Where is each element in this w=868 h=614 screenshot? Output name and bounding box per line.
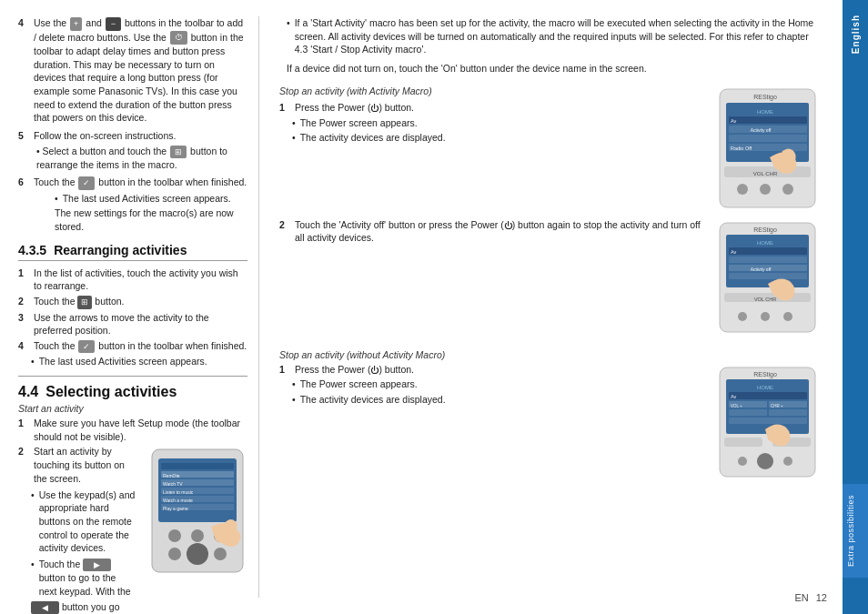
svg-rect-23 [729,116,807,124]
stop-macro-step-1-text: Press the Power (⏻) button. [295,101,414,115]
step-6-bullet-1-text: The last used Activities screen appears. [63,192,231,206]
svg-point-49 [783,312,792,321]
svg-text:Watch a movie: Watch a movie [163,498,193,503]
svg-text:VOL   CHR: VOL CHR [754,297,776,302]
start-activity-label: Start an activity [18,403,247,414]
step-44-bullet-1: Use the keypad(s) and appropriate hard b… [31,488,136,555]
stop-no-macro-step-1-text: Press the Power (⏻) button. [295,363,414,377]
prev-keypad-btn-icon: ◀ [31,601,59,614]
svg-rect-44 [729,273,807,279]
step-435-2-text: Touch the ⊞ button. [34,295,124,309]
section-435-number: 4.3.5 [18,243,46,257]
stop-macro-bullet-2: The activity devices are displayed. [292,131,706,145]
stop-macro-step-1: 1 Press the Power (⏻) button. [279,101,706,115]
device-image-2: REStigo HOME Av Activity off Radio Off [715,85,824,214]
step-6-text: Touch the ✓ button in the toolbar when f… [34,176,247,190]
step-435-3: 3 Use the arrows to move the activity to… [18,311,247,337]
right-column: If a 'Start Activity' macro has been set… [268,16,824,598]
svg-rect-27 [729,135,807,142]
sidebar-extra-text: Extra possibilities [846,495,855,567]
step-44-bullet-1-text: Use the keypad(s) and appropriate hard b… [39,488,136,555]
svg-text:HOME: HOME [757,240,773,246]
sidebar-extra-label: Extra possibilities [843,484,868,578]
step-435-4: 4 Touch the ✓ button in the toolbar when… [18,339,247,354]
stop-no-macro-bullet-2: The activity devices are displayed. [292,393,706,407]
step-5: 5 Follow the on-screen instructions. [18,129,247,143]
svg-point-18 [214,548,227,560]
prev-keypad-text: ◀ button you go back to the previous key… [31,600,136,614]
stop-macro-text: Stop an activity (with Activity Macro) 1… [279,85,706,152]
step-5-bullet-text: Select a button and touch the ⊞ button t… [36,146,227,171]
svg-text:Av: Av [731,394,737,399]
step-44-bullet-2-text: Touch the ▶ button to go to the next key… [39,558,136,599]
step-6-bullets: The last used Activities screen appears.… [42,192,247,234]
right-bullet-1-extra: If a device did not turn on, touch the '… [287,62,824,75]
clock-btn-icon: ⏱ [170,31,187,45]
add-btn-icon: + [70,17,82,31]
page-footer: EN 12 [794,592,827,603]
stop-macro-step2-text: 2 Touch the 'Activity off' button or pre… [279,218,706,247]
svg-point-65 [738,457,747,466]
svg-point-33 [760,184,771,195]
step-44-bullet-2: Touch the ▶ button to go to the next key… [31,558,136,599]
svg-rect-54 [729,392,807,399]
step-435-4-num: 4 [18,339,29,354]
section-44-title: Selecting activities [45,384,177,400]
stop-macro-step-2: 2 Touch the 'Activity off' button or pre… [279,218,706,245]
svg-text:Activity off: Activity off [751,267,772,272]
step-435-1: 1 In the list of activities, touch the a… [18,267,247,293]
left-column: 4 Use the + and − buttons in the toolbar… [18,16,259,598]
svg-text:HOME: HOME [757,109,773,115]
stop-no-macro-block: Stop an activity (without Activity Macro… [279,349,824,483]
delete-btn-icon: − [106,17,121,31]
svg-text:Av: Av [731,118,737,124]
svg-rect-61 [769,409,807,416]
right-bullet-1-text: If a 'Start Activity' macro has been set… [295,16,824,56]
svg-text:RemOte: RemOte [163,473,180,478]
stop-no-macro-content: 1 Press the Power (⏻) button. The Power … [279,363,824,483]
stop-no-macro-label: Stop an activity (without Activity Macro… [279,349,824,360]
stop-macro-bullet-2-text: The activity devices are displayed. [300,131,446,145]
check-btn-icon: ✓ [78,176,95,190]
stop-no-macro-step-1-num: 1 [279,363,290,377]
step-5-text: Follow the on-screen instructions. [34,129,176,143]
page-number: 12 [816,592,827,603]
step-435-3-text: Use the arrows to move the activity to t… [34,311,247,337]
remote-device-svg-2: REStigo HOME Av Activity off Radio Off [715,85,820,212]
step-6: 6 Touch the ✓ button in the toolbar when… [18,176,247,190]
step-44-2-text: Start an activity by touching its button… [34,445,136,485]
step-6-bullet-1: The last used Activities screen appears. [55,192,247,206]
step-435-1-text: In the list of activities, touch the act… [34,267,247,293]
move-btn-icon: ⊞ [77,296,92,309]
stop-no-macro-bullet-1-text: The Power screen appears. [300,377,418,391]
svg-rect-39 [729,247,807,255]
svg-rect-60 [729,409,767,416]
svg-text:REStigo: REStigo [753,371,777,378]
device-image-4: REStigo HOME Av VOL + CHR + [715,363,824,483]
stop-macro-label: Stop an activity (with Activity Macro) [279,85,706,98]
svg-text:VOL   CHR: VOL CHR [753,171,778,176]
section-435-title: Rearranging activities [54,243,187,257]
step-44-2-num: 2 [18,445,29,485]
svg-text:Activity off: Activity off [751,127,772,133]
remote-device-svg-3: REStigo HOME Av Activity off VOL CHR [715,218,820,337]
remote-device-svg-1: RemOte Watch TV Listen to music Watch a … [147,445,247,577]
stop-no-macro-bullet-1: The Power screen appears. [292,377,706,391]
section-divider [18,376,247,377]
step-44-1: 1 Make sure you have left Setup mode (th… [18,417,247,443]
remote-device-svg-4: REStigo HOME Av VOL + CHR + [715,363,820,481]
step-44-1-text: Make sure you have left Setup mode (the … [34,417,247,443]
step-6-number: 6 [18,176,29,190]
stop-macro-step-1-num: 1 [279,101,290,115]
svg-point-66 [757,453,773,469]
svg-rect-62 [729,418,807,424]
step-435-bullet-text: The last used Activities screen appears. [39,355,207,368]
stop-no-macro-text: 1 Press the Power (⏻) button. The Power … [279,363,706,408]
svg-point-48 [761,312,770,321]
svg-text:Radio Off: Radio Off [731,146,752,151]
section-44-number: 4.4 [18,384,38,400]
svg-point-32 [737,184,748,195]
page-lang: EN [794,592,808,603]
svg-point-34 [782,184,793,195]
step-44-1-num: 1 [18,417,29,443]
